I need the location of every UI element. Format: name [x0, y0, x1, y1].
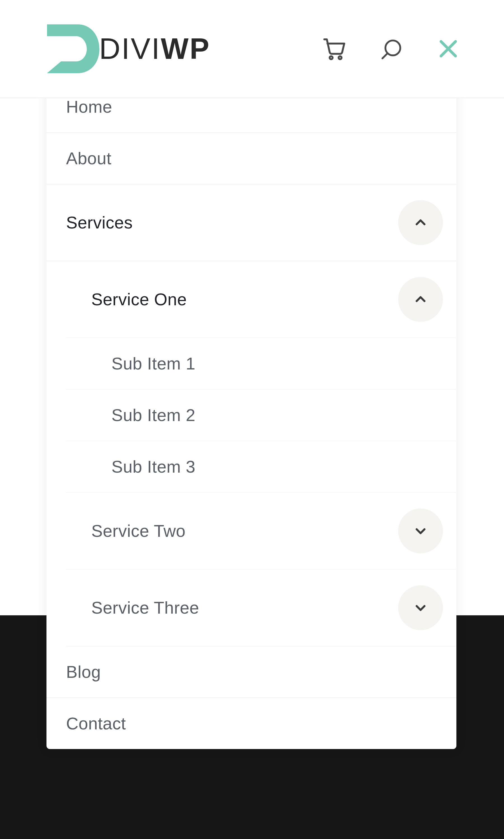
nav-item-label: Sub Item 2 [111, 405, 195, 425]
nav-item-label: Service Three [91, 598, 199, 618]
nav-submenu-services: Service One Sub Item 1 Sub Item 2 Sub It… [66, 261, 456, 647]
chevron-down-icon [414, 524, 427, 538]
header-actions [321, 36, 459, 62]
site-logo[interactable]: DIVIWP [45, 22, 210, 75]
cart-icon[interactable] [321, 36, 346, 62]
nav-item-label: Service One [91, 290, 187, 309]
nav-item-service-three[interactable]: Service Three [66, 570, 456, 647]
svg-point-0 [329, 56, 332, 59]
expand-toggle[interactable] [398, 585, 443, 630]
logo-text-part2: WP [161, 32, 210, 65]
nav-item-service-two[interactable]: Service Two [66, 493, 456, 570]
expand-toggle[interactable] [398, 509, 443, 553]
svg-line-3 [382, 53, 388, 58]
nav-item-blog[interactable]: Blog [47, 647, 456, 698]
nav-item-contact[interactable]: Contact [47, 698, 456, 749]
svg-point-1 [339, 56, 342, 59]
nav-item-services[interactable]: Services [47, 185, 456, 261]
nav-item-about[interactable]: About [47, 133, 456, 185]
mobile-nav-menu: Home About Services Service One Sub Item… [47, 81, 456, 749]
chevron-down-icon [414, 601, 427, 615]
logo-text-part1: DIVI [99, 32, 161, 65]
search-icon[interactable] [380, 37, 404, 61]
nav-item-sub-1[interactable]: Sub Item 1 [66, 338, 456, 390]
logo-mark-icon [45, 22, 101, 75]
nav-item-label: Blog [66, 662, 101, 682]
nav-item-label: Sub Item 1 [111, 354, 195, 373]
collapse-toggle[interactable] [398, 200, 443, 245]
collapse-toggle[interactable] [398, 277, 443, 322]
chevron-up-icon [414, 293, 427, 306]
nav-item-label: Contact [66, 714, 126, 733]
close-icon[interactable] [437, 38, 459, 60]
site-header: DIVIWP [0, 0, 504, 98]
logo-text: DIVIWP [99, 32, 210, 66]
chevron-up-icon [414, 216, 427, 229]
nav-item-label: Services [66, 213, 133, 233]
nav-item-label: About [66, 149, 111, 168]
nav-item-sub-2[interactable]: Sub Item 2 [66, 390, 456, 441]
nav-item-service-one[interactable]: Service One [66, 261, 456, 338]
nav-item-sub-3[interactable]: Sub Item 3 [66, 441, 456, 493]
nav-item-label: Home [66, 97, 112, 117]
nav-item-label: Sub Item 3 [111, 457, 195, 477]
nav-item-label: Service Two [91, 521, 186, 541]
